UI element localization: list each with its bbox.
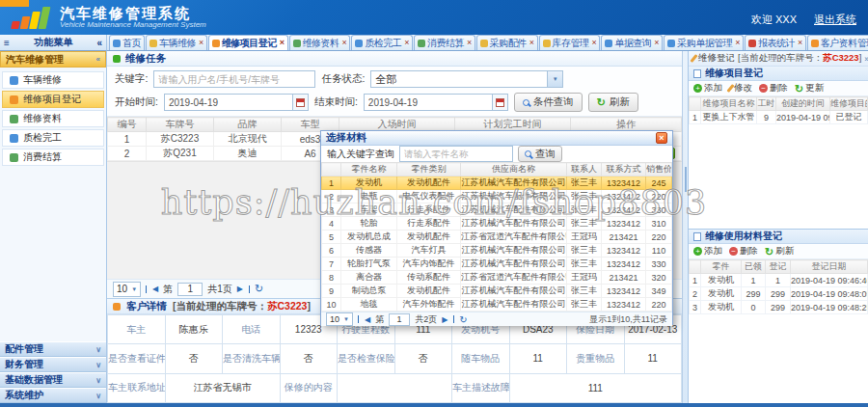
sidebar-item-repair-data[interactable]: 维修资料 [2, 110, 104, 127]
tab-close-icon[interactable]: × [592, 39, 597, 47]
sidebar-section-base-data[interactable]: 基础数据管理∨ [0, 372, 106, 388]
col-header[interactable]: 零件类别 [397, 163, 461, 176]
col-header[interactable]: 登记 [766, 260, 791, 274]
tab-customer-data[interactable]: 客户资料管理× [807, 35, 868, 50]
tab-close-icon[interactable]: × [342, 39, 347, 47]
status-select[interactable]: 全部 ▼ [370, 70, 563, 88]
col-header[interactable]: 车牌号 [147, 118, 214, 132]
tab-close-icon[interactable]: × [654, 39, 659, 47]
tab-close-icon[interactable]: × [404, 39, 409, 47]
table-row[interactable]: 1 发动机 1 1 2019-04-19 09:46:40 [690, 274, 868, 287]
next-page-button[interactable]: ▶ [237, 285, 243, 293]
table-row[interactable]: 2 发动机 299 299 2019-04-19 09:48:05 [690, 287, 868, 301]
table-row[interactable]: 3 发动机 0 299 2019-04-19 09:48:25 [690, 301, 868, 314]
delete-button[interactable]: −删除 [759, 82, 788, 95]
col-header[interactable]: 工时 [757, 97, 776, 111]
edit-button[interactable]: 修改 [729, 82, 752, 95]
first-page-button[interactable] [358, 315, 360, 323]
sidebar-item-quality-finish[interactable]: 质检完工 [2, 129, 104, 147]
table-row[interactable]: 8离合器传动系配件江苏省冠道汽车配件有限公司王冠玛213421320 [322, 271, 672, 285]
prev-page-button[interactable]: ◀ [152, 285, 158, 293]
tab-consume-settle[interactable]: 消费结算× [414, 35, 475, 50]
sidebar-section-vehicle-repair[interactable]: 汽车维修管理 « [0, 51, 106, 68]
reload-button[interactable]: ↻ [459, 314, 467, 325]
prev-page-button[interactable]: ◀ [365, 315, 370, 324]
tab-quality-finish[interactable]: 质检完工× [351, 35, 413, 50]
sidebar-header[interactable]: ≡ 功能菜单 « [0, 35, 107, 51]
dropdown-arrow-icon[interactable]: ▼ [547, 71, 562, 87]
table-row[interactable]: 7轮胎打气泵汽车内饰配件江苏机械汽车配件有限公司张三丰1323412330 [322, 258, 672, 271]
table-row[interactable]: 6传感器汽车灯具江苏机械汽车配件有限公司张三丰1323412110 [322, 244, 672, 258]
tab-document-query[interactable]: 单据查询× [601, 35, 663, 50]
next-page-button[interactable]: ▶ [442, 315, 448, 324]
col-header[interactable]: 创建的时间 [776, 97, 830, 111]
tab-report-stats[interactable]: 报表统计× [745, 35, 806, 50]
table-row[interactable]: 2电瓶电气仪表配件江苏机械汽车配件有限公司张三丰1323412220 [322, 190, 672, 204]
collapse-sidebar-icon[interactable]: « [96, 38, 102, 48]
refresh-button[interactable]: ↻刷新 [588, 93, 638, 112]
page-number-input[interactable] [177, 283, 203, 296]
tab-close-icon[interactable]: × [735, 39, 740, 47]
calendar-icon[interactable] [492, 95, 507, 110]
add-button[interactable]: +添加 [693, 82, 722, 95]
table-row[interactable]: 10地毯汽车外饰配件江苏机械汽车配件有限公司张三丰1323412220 [322, 298, 672, 312]
part-search-input[interactable] [399, 146, 513, 162]
tab-vehicle-repair[interactable]: 车辆维修× [146, 35, 207, 50]
dialog-titlebar[interactable]: 选择材料 × [321, 131, 672, 146]
tab-close-icon[interactable]: × [199, 39, 203, 47]
col-header[interactable]: 登记日期 [791, 260, 868, 274]
col-header[interactable]: 已领 [742, 260, 766, 274]
col-header[interactable]: 编号 [108, 118, 147, 132]
collapse-right-icon[interactable]: » [864, 54, 868, 64]
col-header[interactable]: 维修项目名称 [701, 97, 757, 111]
logout-link[interactable]: 退出系统 [814, 13, 856, 27]
reload-button[interactable]: ↻ [255, 283, 263, 295]
add-button[interactable]: +添加 [693, 245, 722, 258]
refresh-button[interactable]: ↻刷新 [765, 245, 794, 258]
sidebar-section-finance[interactable]: 财务管理∨ [0, 357, 106, 372]
page-size-select[interactable]: 10▼ [326, 312, 353, 326]
table-row[interactable]: 1 更换上下水管 9 2019-04-19 09:4 已登记 [690, 111, 868, 124]
calendar-icon[interactable] [292, 95, 308, 110]
table-row[interactable]: 4轮胎行走系配件江苏机械汽车配件有限公司张三丰1323412310 [322, 217, 672, 231]
keyword-input[interactable] [153, 70, 315, 88]
col-header[interactable]: 联系人 [567, 163, 602, 176]
panel-splitter[interactable] [682, 51, 689, 403]
tab-repair-item-register[interactable]: 维修项目登记× [208, 35, 288, 50]
first-page-button[interactable] [146, 285, 148, 293]
tab-close-icon[interactable]: × [798, 39, 802, 47]
last-page-button[interactable] [248, 285, 250, 293]
col-header[interactable]: 维修项目的状态 [830, 97, 868, 111]
query-button[interactable]: 查询 [518, 146, 562, 162]
col-header[interactable]: 联系方式 [602, 163, 646, 176]
tab-close-icon[interactable]: × [280, 39, 285, 47]
close-icon[interactable]: × [656, 132, 667, 144]
tab-close-icon[interactable]: × [467, 39, 472, 47]
tab-inventory[interactable]: 库存管理× [539, 35, 601, 50]
tab-repair-data[interactable]: 维修资料× [289, 35, 351, 50]
sidebar-item-consume-settle[interactable]: 消费结算 [2, 149, 104, 166]
sidebar-item-repair-item-register[interactable]: 维修项目登记 [2, 91, 104, 108]
col-header[interactable]: 零件名称 [341, 163, 397, 176]
table-row[interactable]: 9制动总泵发动机配件江苏机械汽车配件有限公司张三丰1323412349 [322, 285, 672, 298]
sidebar-section-system[interactable]: 系统维护∨ [0, 388, 106, 403]
col-header[interactable]: 品牌 [214, 118, 282, 132]
col-header[interactable]: 供应商名称 [461, 163, 567, 176]
col-header[interactable]: 销售价 [646, 163, 672, 176]
tab-close-icon[interactable]: × [529, 39, 534, 47]
tab-purchase-parts[interactable]: 采购配件× [476, 35, 538, 50]
col-header[interactable]: 零件 [701, 260, 742, 274]
last-page-button[interactable] [452, 315, 454, 323]
table-row[interactable]: 5发动机总成发动机配件江苏省冠道汽车配件有限公司王冠玛213421220 [322, 231, 672, 244]
sidebar-section-parts[interactable]: 配件管理∨ [0, 341, 106, 357]
end-date-input[interactable] [365, 97, 492, 108]
search-button[interactable]: 条件查询 [514, 93, 583, 112]
page-number-input[interactable] [389, 313, 410, 326]
tab-home[interactable]: 首页 [109, 35, 145, 50]
update-button[interactable]: ↻更新 [795, 82, 824, 95]
sidebar-item-vehicle-repair[interactable]: 车辆维修 [2, 71, 104, 89]
table-row[interactable]: 3车架行走系配件江苏机械汽车配件有限公司张三丰1323412330 [322, 204, 672, 217]
page-size-select[interactable]: 10▼ [113, 282, 141, 297]
tab-purchase-docs[interactable]: 采购单据管理× [664, 35, 744, 50]
delete-button[interactable]: −删除 [729, 245, 758, 258]
